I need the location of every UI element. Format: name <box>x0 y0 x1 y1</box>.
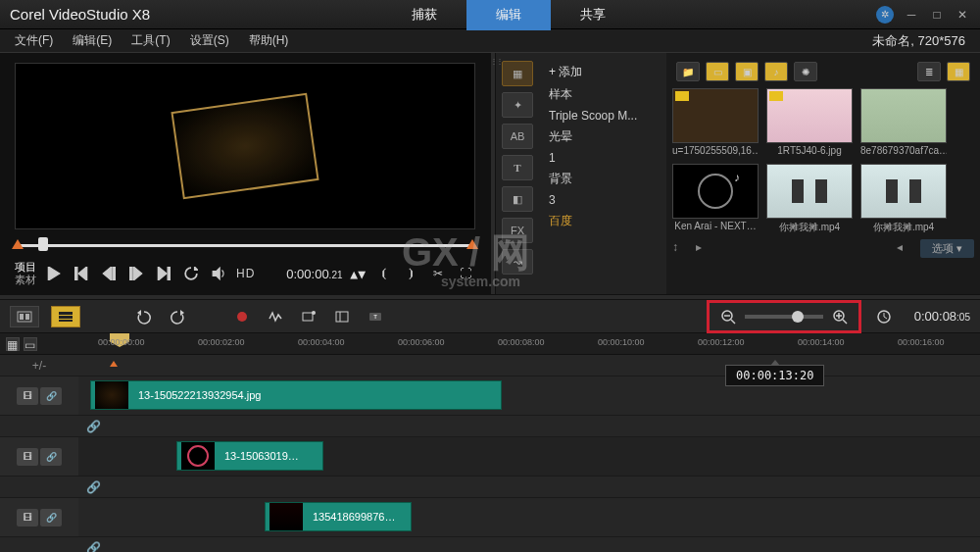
zoom-slider[interactable] <box>745 315 823 319</box>
storyboard-view-button[interactable] <box>10 306 39 327</box>
mark-out-button[interactable]: ⦘ <box>401 265 420 282</box>
tab-edit[interactable]: 编辑 <box>466 0 551 30</box>
tree-add[interactable]: 添加 <box>543 61 662 83</box>
library-thumb[interactable]: u=1750255509,16… <box>672 88 759 156</box>
clip-1[interactable]: 13-150522213932954.jpg <box>90 380 502 410</box>
redo-button[interactable] <box>167 307 188 326</box>
help-icon[interactable]: ✲ <box>876 6 894 24</box>
go-end-button[interactable] <box>154 265 173 282</box>
audio-mix-button[interactable] <box>265 307 286 326</box>
mark-out-handle[interactable] <box>466 239 478 249</box>
scrubber-thumb[interactable] <box>38 237 48 251</box>
ruler-btn-b[interactable]: ▭ <box>24 337 37 351</box>
video-track[interactable]: 🎞🔗 13-150522213932954.jpg <box>0 376 980 416</box>
libtab-graphic-icon[interactable]: ◧ <box>502 186 533 212</box>
mark-in-handle[interactable] <box>12 239 24 249</box>
link-icon[interactable]: 🔗 <box>86 541 102 553</box>
menu-help[interactable]: 帮助(H) <box>249 32 289 49</box>
timeline-ruler[interactable]: ▦ ▭ 00:00:00:0000:00:02:0000:00:04:0000:… <box>0 333 980 355</box>
filter-free-icon[interactable]: ✺ <box>794 62 817 81</box>
menu-settings[interactable]: 设置(S) <box>190 32 229 49</box>
menu-file[interactable]: 文件(F) <box>15 32 53 49</box>
libtab-filter-icon[interactable]: FX <box>502 218 533 243</box>
scroll-left-icon[interactable]: ◂ <box>897 240 914 256</box>
overlay-track-2[interactable]: 🎞🔗 135418699876… <box>0 498 980 537</box>
track-linkrow-icon[interactable]: 🔗 <box>40 509 62 527</box>
tree-samples[interactable]: 样本 <box>543 83 662 106</box>
tree-baidu[interactable]: 百度 <box>543 210 662 232</box>
filter-photo-icon[interactable]: ▣ <box>735 62 759 81</box>
play-button[interactable] <box>44 265 64 282</box>
subtitle-button[interactable]: T <box>365 307 386 326</box>
view-list-icon[interactable]: ≣ <box>917 62 941 81</box>
sort-icon[interactable]: ↕ <box>672 240 690 256</box>
preview-scrubber[interactable] <box>15 239 475 253</box>
volume-button[interactable] <box>209 265 228 282</box>
libtab-media-icon[interactable]: ▦ <box>502 61 533 86</box>
track-linkrow-icon[interactable]: 🔗 <box>40 448 62 466</box>
libtab-instant-icon[interactable]: ✦ <box>502 92 533 118</box>
zoom-thumb[interactable] <box>792 311 804 323</box>
menu-edit[interactable]: 编辑(E) <box>73 32 112 49</box>
tree-halo[interactable]: 光晕 <box>543 125 662 148</box>
zoom-out-button[interactable] <box>717 307 739 326</box>
mode-project[interactable]: 项目 <box>15 261 36 274</box>
mark-in-button[interactable]: ⦗ <box>373 265 393 282</box>
undo-button[interactable] <box>133 307 155 326</box>
library-thumb[interactable]: 你摊我摊.mp4 <box>766 164 853 234</box>
overlay-track-icon[interactable]: 🎞 <box>17 448 38 466</box>
ruler-btn-a[interactable]: ▦ <box>6 337 20 351</box>
split-button[interactable]: ✂ <box>428 265 448 282</box>
expand-icon[interactable]: ▸ <box>696 240 713 256</box>
loop-button[interactable] <box>181 265 201 282</box>
auto-music-button[interactable] <box>298 307 319 326</box>
link-icon[interactable]: 🔗 <box>86 420 102 433</box>
library-thumb[interactable]: 1RT5J40-6.jpg <box>766 88 853 156</box>
tree-three[interactable]: 3 <box>543 190 662 210</box>
filter-audio-icon[interactable]: ♪ <box>764 62 788 81</box>
libtab-path-icon[interactable]: ↝ <box>502 249 533 275</box>
overlay-track-icon[interactable]: 🎞 <box>17 509 38 527</box>
libtab-title-icon[interactable]: T <box>502 155 533 180</box>
vertical-splitter[interactable] <box>490 53 496 294</box>
filter-video-icon[interactable]: ▭ <box>706 62 729 81</box>
libtab-transition-icon[interactable]: AB <box>502 124 533 149</box>
tab-capture[interactable]: 捕获 <box>382 0 466 30</box>
fullscreen-button[interactable]: ⛶ <box>456 265 475 282</box>
library-thumb[interactable]: 你摊我摊.mp4 <box>860 164 947 234</box>
tree-one[interactable]: 1 <box>543 148 662 168</box>
library-thumb[interactable]: ♪Ken Arai - NEXT… <box>672 164 759 234</box>
video-track-icon[interactable]: 🎞 <box>17 387 38 405</box>
tree-bg[interactable]: 背景 <box>543 168 662 190</box>
close-button[interactable]: ✕ <box>955 8 970 22</box>
prev-frame-button[interactable] <box>99 265 119 282</box>
mode-clip[interactable]: 素材 <box>15 274 36 286</box>
options-dropdown[interactable]: 选项 ▾ <box>920 239 974 258</box>
clip-3[interactable]: 135418699876… <box>265 502 412 531</box>
timeline-view-button[interactable] <box>51 306 80 327</box>
fit-project-button[interactable] <box>873 307 895 326</box>
preview-window[interactable] <box>15 63 475 229</box>
go-start-button[interactable] <box>72 265 91 282</box>
tab-share[interactable]: 共享 <box>551 0 635 30</box>
timeline-timecode[interactable]: 0:00:08:05 <box>914 309 970 324</box>
import-folder-icon[interactable]: 📁 <box>676 62 700 81</box>
next-frame-button[interactable] <box>126 265 146 282</box>
svg-rect-16 <box>59 320 73 322</box>
view-thumb-icon[interactable]: ▦ <box>947 62 970 81</box>
record-button[interactable] <box>231 307 253 326</box>
link-icon[interactable]: 🔗 <box>86 480 102 494</box>
player-timecode[interactable]: 0:00:00.21 ▲▼ <box>286 267 366 281</box>
maximize-button[interactable]: □ <box>929 8 945 22</box>
cue-marker-icon[interactable] <box>110 361 118 367</box>
overlay-track-1[interactable]: 🎞🔗 13-15063019… <box>0 437 980 477</box>
zoom-in-button[interactable] <box>829 307 851 326</box>
minimize-button[interactable]: ─ <box>904 8 919 22</box>
track-linkrow-icon[interactable]: 🔗 <box>40 387 62 405</box>
menu-tools[interactable]: 工具(T) <box>131 32 170 49</box>
library-thumb[interactable]: 8e78679370af7ca… <box>860 88 947 156</box>
hd-toggle[interactable]: HD <box>236 267 255 280</box>
tree-triple[interactable]: Triple Scoop M... <box>543 106 662 125</box>
clip-2[interactable]: 13-15063019… <box>176 441 323 471</box>
chapter-button[interactable] <box>331 307 353 326</box>
